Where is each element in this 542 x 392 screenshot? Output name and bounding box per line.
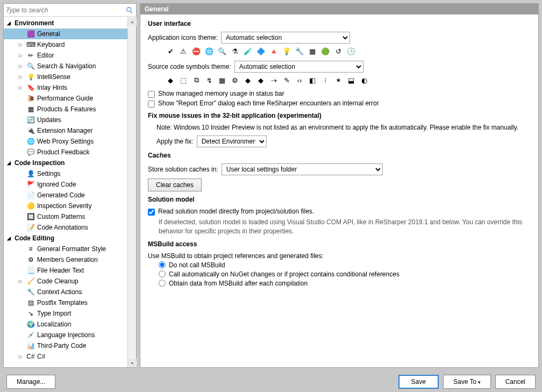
tree-item-ignored-code[interactable]: 🚩Ignored Code xyxy=(4,179,136,190)
tree-item-settings[interactable]: 👤Settings xyxy=(4,168,136,179)
tree-item-inlay-hints[interactable]: ▷🔖Inlay Hints xyxy=(4,82,136,93)
expander-icon[interactable]: ▷ xyxy=(19,85,25,90)
tree-item-label: Custom Patterns xyxy=(37,213,85,220)
tree-item-label: Updates xyxy=(37,116,61,124)
tree-item-type-import[interactable]: ↘Type Import xyxy=(4,308,136,319)
tree-item-label: Language Injections xyxy=(37,331,95,339)
tree-item-code-cleanup[interactable]: ▷🧹Code Cleanup xyxy=(4,276,136,287)
expander-icon[interactable]: ◢ xyxy=(7,20,13,26)
tree-item-keyboard[interactable]: ▷⌨Keyboard xyxy=(4,39,136,50)
save-to-button[interactable]: Save To xyxy=(443,375,491,389)
mouse-fix-note: Note: Windows 10 Insider Preview is not … xyxy=(156,124,531,131)
preview-icon: ◆ xyxy=(244,76,252,84)
tree-item-extension-manager[interactable]: 🔌Extension Manager xyxy=(4,125,136,136)
expander-icon[interactable]: ▷ xyxy=(19,74,25,80)
show-report-error-checkbox[interactable] xyxy=(148,101,155,108)
expander-icon[interactable]: ◢ xyxy=(7,160,13,166)
tree-item-label: Localization xyxy=(37,320,71,328)
preview-icon: ⧉ xyxy=(192,76,201,84)
preview-icon: 🔧 xyxy=(295,47,304,55)
scroll-up-button[interactable]: ▴ xyxy=(128,17,137,26)
tree-item-general[interactable]: 🟪General xyxy=(4,28,136,39)
show-report-error-label: Show "Report Error" dialog each time ReS… xyxy=(158,99,379,107)
preview-icon: ‹› xyxy=(295,76,304,84)
tree-item-general-formatter-style[interactable]: ≡General Formatter Style xyxy=(4,244,136,254)
tree-item-intellisense[interactable]: ▷💡IntelliSense xyxy=(4,72,136,82)
tree-item-search-navigation[interactable]: ▷🔍Search & Navigation xyxy=(4,61,136,72)
tree-item-editor[interactable]: ▷✏Editor xyxy=(4,50,136,61)
read-solution-model-label: Read solution model directly from projec… xyxy=(158,208,314,215)
tree-item-file-header-text[interactable]: 📃File Header Text xyxy=(4,265,136,276)
read-solution-model-checkbox[interactable] xyxy=(148,209,155,216)
footer-bar: Manage... Save Save To Cancel xyxy=(0,371,542,392)
section-solution-model: Solution model xyxy=(148,196,531,203)
postfix-icon: ▤ xyxy=(26,298,35,307)
tree-item-label: Keyboard xyxy=(37,41,65,48)
symbols-theme-select[interactable]: Automatic selection xyxy=(234,61,363,73)
tree-item-label: Generated Code xyxy=(37,191,85,199)
tree-item-postfix-templates[interactable]: ▤Postfix Templates xyxy=(4,297,136,308)
preview-icon: 🟢 xyxy=(321,47,330,55)
tree-item-c-[interactable]: ▷C#C# xyxy=(4,351,136,362)
msbuild-opt1-radio[interactable] xyxy=(159,261,166,268)
preview-icon: ◆ xyxy=(256,76,265,84)
preview-icon: ↯ xyxy=(205,76,213,84)
preview-icon: ⚠ xyxy=(179,47,188,55)
person-icon: 👤 xyxy=(26,169,35,178)
show-memory-label: Show managed memory usage in status bar xyxy=(158,90,284,97)
code-icon: 📄 xyxy=(26,191,35,199)
preview-icon: ◆ xyxy=(166,76,175,84)
tree-group-environment[interactable]: ◢Environment xyxy=(4,18,136,28)
search-input[interactable] xyxy=(6,6,125,14)
severity-icon: 🟡 xyxy=(26,202,35,210)
tree-item-label: Web Proxy Settings xyxy=(37,138,94,145)
preview-icon: ⁝ xyxy=(321,76,330,84)
expander-icon[interactable]: ▷ xyxy=(19,354,25,359)
clear-caches-button[interactable]: Clear caches xyxy=(148,179,202,191)
tree-item-updates[interactable]: 🔄Updates xyxy=(4,115,136,125)
tree-item-inspection-severity[interactable]: 🟡Inspection Severity xyxy=(4,201,136,211)
tree-item-language-injections[interactable]: 💉Language Injections xyxy=(4,330,136,340)
tree-item-label: Settings xyxy=(37,170,60,177)
expander-icon[interactable]: ◢ xyxy=(7,236,13,241)
preview-icon: ▦ xyxy=(308,47,317,55)
manage-button[interactable]: Manage... xyxy=(6,375,55,389)
tree-item-products-features[interactable]: ▦Products & Features xyxy=(4,104,136,115)
tree-item-label: Extension Manager xyxy=(37,127,92,134)
tree-item-localization[interactable]: 🌍Localization xyxy=(4,319,136,330)
tree-item-context-actions[interactable]: 🔧Context Actions xyxy=(4,287,136,297)
tree-item-generated-code[interactable]: 📄Generated Code xyxy=(4,190,136,201)
preview-icon: ⚙ xyxy=(231,76,239,84)
tree-item-code-annotations[interactable]: 📝Code Annotations xyxy=(4,222,136,233)
tree-item-custom-patterns[interactable]: 🔲Custom Patterns xyxy=(4,211,136,222)
broom-icon: 🧹 xyxy=(26,277,35,286)
tree-item-performance-guide[interactable]: 🐌Performance Guide xyxy=(4,93,136,104)
tree-item-product-feedback[interactable]: 💬Product Feedback xyxy=(4,147,136,158)
expander-icon[interactable]: ▷ xyxy=(19,53,25,58)
msbuild-opt2-radio[interactable] xyxy=(159,270,166,277)
section-msbuild: MSBuild access xyxy=(148,240,531,248)
preview-icon: 🌐 xyxy=(205,47,213,55)
scroll-down-button[interactable]: ▾ xyxy=(128,359,137,367)
store-caches-select[interactable]: User local settings folder xyxy=(222,163,383,175)
preview-icon: ▦ xyxy=(218,76,226,84)
expander-icon[interactable]: ▷ xyxy=(19,42,25,47)
scrollbar[interactable]: ▴ ▾ xyxy=(127,17,136,367)
cancel-button[interactable]: Cancel xyxy=(495,375,536,389)
msbuild-opt3-radio[interactable] xyxy=(159,280,166,287)
show-memory-checkbox[interactable] xyxy=(148,91,155,98)
tree-item-web-proxy-settings[interactable]: 🌐Web Proxy Settings xyxy=(4,136,136,147)
thirdparty-icon: 📊 xyxy=(26,341,35,350)
tree-item-third-party-code[interactable]: 📊Third-Party Code xyxy=(4,340,136,351)
tree-group-code-editing[interactable]: ◢Code Editing xyxy=(4,233,136,244)
tree-group-code-inspection[interactable]: ◢Code Inspection xyxy=(4,158,136,168)
app-icons-theme-select[interactable]: Automatic selection xyxy=(221,32,350,44)
apply-fix-select[interactable]: Detect Environment xyxy=(197,136,267,147)
tree-item-label: Inlay Hints xyxy=(37,84,67,91)
expander-icon[interactable]: ▷ xyxy=(19,63,25,69)
search-icon[interactable] xyxy=(125,6,134,15)
tree-item-members-generation[interactable]: ⚙Members Generation xyxy=(4,254,136,265)
update-icon: 🔄 xyxy=(26,116,35,124)
save-button[interactable]: Save xyxy=(398,375,439,389)
expander-icon[interactable]: ▷ xyxy=(19,279,25,284)
